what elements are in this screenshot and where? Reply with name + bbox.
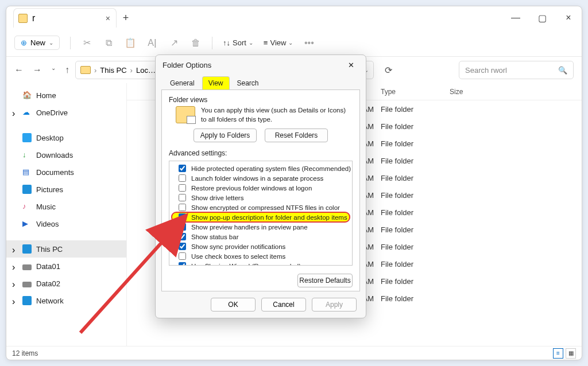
sidebar-item-thispc[interactable]: This PC xyxy=(6,240,126,258)
chevron-right-icon: › xyxy=(94,66,96,75)
sidebar-item-downloads[interactable]: ↓Downloads xyxy=(6,146,126,163)
close-window-button[interactable]: × xyxy=(555,9,582,27)
chevron-right-icon[interactable]: › xyxy=(12,108,15,119)
music-icon: ♪ xyxy=(22,202,32,211)
apply-button[interactable]: Apply xyxy=(312,298,357,312)
sidebar-label: Network xyxy=(36,297,64,305)
dialog-body: Folder views You can apply this view (su… xyxy=(161,89,360,291)
cancel-button[interactable]: Cancel xyxy=(261,298,306,312)
setting-checkbox[interactable] xyxy=(179,165,186,172)
rename-icon[interactable]: Aǀ xyxy=(146,37,158,49)
refresh-button[interactable]: ⟳ xyxy=(380,65,397,76)
row-type: File folder xyxy=(374,105,443,114)
maximize-button[interactable]: ▢ xyxy=(529,9,555,27)
cut-icon[interactable]: ✂ xyxy=(81,37,92,49)
advanced-setting-item[interactable]: Use Sharing Wizard (Recommended) xyxy=(172,261,350,266)
sidebar-item-onedrive[interactable]: ☁OneDrive xyxy=(6,104,126,121)
close-tab-icon[interactable]: × xyxy=(106,14,110,23)
new-button[interactable]: ⊕ New ⌄ xyxy=(14,36,60,50)
advanced-setting-item[interactable]: Show pop-up description for folder and d… xyxy=(172,212,350,222)
item-count: 12 items xyxy=(12,349,38,357)
up-button[interactable]: ↑ xyxy=(65,65,69,75)
pictures-icon xyxy=(22,185,32,194)
setting-checkbox[interactable] xyxy=(179,233,186,240)
reset-folders-button[interactable]: Reset Folders xyxy=(265,129,328,142)
close-icon[interactable]: ✕ xyxy=(343,57,359,73)
window-tab[interactable]: r × xyxy=(13,8,117,28)
tab-view[interactable]: View xyxy=(202,76,230,89)
sidebar-item-documents[interactable]: ▤Documents xyxy=(6,163,126,181)
view-label: View xyxy=(270,38,286,47)
crumb-thispc[interactable]: This PC xyxy=(100,66,126,75)
sidebar-item-music[interactable]: ♪Music xyxy=(6,198,126,215)
folder-views-text: You can apply this view (such as Details… xyxy=(201,106,353,124)
copy-icon[interactable]: ⧉ xyxy=(103,37,114,49)
row-type: File folder xyxy=(374,208,443,217)
advanced-setting-item[interactable]: Show sync provider notifications xyxy=(172,242,350,251)
setting-checkbox[interactable] xyxy=(179,243,186,250)
advanced-setting-item[interactable]: Hide protected operating system files (R… xyxy=(172,163,350,173)
setting-checkbox[interactable] xyxy=(179,223,186,231)
sidebar-label: Documents xyxy=(36,168,74,177)
setting-checkbox[interactable] xyxy=(179,262,186,266)
sidebar-label: Pictures xyxy=(36,185,63,194)
advanced-setting-item[interactable]: Show encrypted or compressed NTFS files … xyxy=(172,203,350,212)
search-input[interactable]: Search rworl 🔍 xyxy=(459,61,574,79)
row-type: File folder xyxy=(374,225,443,234)
tab-search[interactable]: Search xyxy=(231,76,265,89)
setting-checkbox[interactable] xyxy=(179,252,186,260)
col-type[interactable]: Type xyxy=(374,88,443,96)
advanced-settings-label: Advanced settings: xyxy=(169,149,353,157)
chevron-right-icon[interactable]: › xyxy=(12,279,15,290)
col-size[interactable]: Size xyxy=(443,88,500,96)
tab-general[interactable]: General xyxy=(164,76,201,89)
sidebar-item-desktop[interactable]: Desktop xyxy=(6,129,126,146)
delete-icon[interactable]: 🗑 xyxy=(190,37,202,49)
ok-button[interactable]: OK xyxy=(211,298,256,312)
sidebar-item-network[interactable]: Network xyxy=(6,292,126,309)
back-button[interactable]: ← xyxy=(14,65,24,75)
chevron-right-icon[interactable]: › xyxy=(12,262,15,272)
setting-checkbox[interactable] xyxy=(179,213,186,221)
dialog-title-bar: Folder Options ✕ xyxy=(156,55,366,75)
setting-checkbox[interactable] xyxy=(179,174,186,182)
tab-title: r xyxy=(32,13,35,24)
chevron-right-icon[interactable]: › xyxy=(12,245,15,255)
sidebar-item-pictures[interactable]: Pictures xyxy=(6,181,126,198)
sidebar-item-data01[interactable]: Data01 xyxy=(6,258,126,275)
setting-checkbox[interactable] xyxy=(179,194,186,201)
sidebar-item-home[interactable]: 🏠Home xyxy=(6,87,126,104)
more-icon[interactable]: ••• xyxy=(303,37,315,49)
setting-label: Show pop-up description for folder and d… xyxy=(191,214,347,221)
new-tab-button[interactable]: + xyxy=(117,9,135,27)
crumb-loc[interactable]: Loc… xyxy=(136,66,156,75)
advanced-setting-item[interactable]: Show drive letters xyxy=(172,193,350,203)
advanced-setting-item[interactable]: Show status bar xyxy=(172,232,350,242)
sidebar-label: Data02 xyxy=(36,279,60,288)
sidebar-label: Downloads xyxy=(36,151,73,159)
minimize-button[interactable]: — xyxy=(502,9,529,27)
setting-checkbox[interactable] xyxy=(179,184,186,192)
advanced-setting-item[interactable]: Show preview handlers in preview pane xyxy=(172,222,350,232)
chevron-right-icon[interactable]: › xyxy=(12,297,15,307)
advanced-setting-item[interactable]: Restore previous folder windows at logon xyxy=(172,183,350,193)
forward-button[interactable]: → xyxy=(33,65,42,75)
large-icons-view-icon[interactable]: ▦ xyxy=(566,348,576,359)
sort-button[interactable]: ↑↓ Sort ⌄ xyxy=(223,38,253,47)
row-type: File folder xyxy=(374,139,443,148)
advanced-setting-item[interactable]: Launch folder windows in a separate proc… xyxy=(172,173,350,183)
setting-label: Show sync provider notifications xyxy=(191,243,285,250)
sidebar-item-videos[interactable]: ▶Videos xyxy=(6,215,126,232)
share-icon[interactable]: ↗ xyxy=(168,37,180,49)
view-button[interactable]: ≡ View ⌄ xyxy=(264,38,293,47)
window-controls: — ▢ × xyxy=(502,9,582,27)
up-button[interactable]: ⌄ xyxy=(51,65,56,75)
sidebar-item-data02[interactable]: Data02 xyxy=(6,275,126,292)
apply-to-folders-button[interactable]: Apply to Folders xyxy=(194,129,257,142)
details-view-icon[interactable]: ≡ xyxy=(553,348,563,359)
setting-checkbox[interactable] xyxy=(179,204,186,211)
restore-defaults-button[interactable]: Restore Defaults xyxy=(297,274,353,287)
advanced-setting-item[interactable]: Use check boxes to select items xyxy=(172,251,350,261)
paste-icon[interactable]: 📋 xyxy=(125,37,136,49)
advanced-settings-list[interactable]: Hide protected operating system files (R… xyxy=(169,161,353,266)
